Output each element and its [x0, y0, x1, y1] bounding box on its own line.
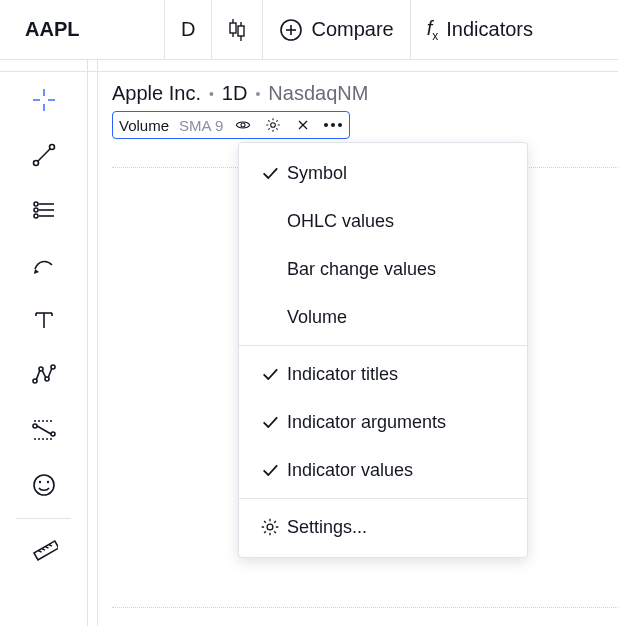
svg-line-35: [37, 426, 51, 434]
svg-point-14: [49, 144, 54, 149]
ruler-icon: [30, 539, 58, 567]
gear-icon: [260, 517, 280, 537]
more-icon: [324, 123, 342, 127]
compare-button[interactable]: Compare: [263, 0, 410, 59]
menu-item[interactable]: Indicator titles: [239, 350, 527, 398]
crosshair-icon: [30, 86, 58, 114]
svg-point-50: [267, 524, 273, 530]
symbol-ticker[interactable]: AAPL: [0, 0, 165, 59]
svg-point-13: [33, 160, 38, 165]
svg-point-18: [34, 208, 38, 212]
compare-label: Compare: [311, 18, 393, 41]
svg-point-28: [45, 377, 49, 381]
indicator-more-button[interactable]: [323, 115, 343, 135]
brush-icon: [30, 251, 58, 279]
svg-point-39: [38, 480, 40, 482]
lines-icon: [30, 196, 58, 224]
svg-point-26: [33, 379, 37, 383]
close-icon: [295, 117, 311, 133]
tool-forecast[interactable]: [0, 402, 88, 457]
indicator-chip[interactable]: Volume SMA 9: [112, 111, 350, 139]
check-icon: [253, 364, 287, 384]
eye-icon: [235, 117, 251, 133]
check-icon: [253, 412, 287, 432]
menu-item[interactable]: Volume: [239, 293, 527, 341]
svg-rect-4: [238, 26, 244, 36]
svg-point-20: [34, 214, 38, 218]
company-name: Apple Inc.: [112, 82, 201, 105]
tool-crosshair[interactable]: [0, 72, 88, 127]
svg-line-32: [48, 368, 51, 377]
svg-rect-1: [230, 23, 236, 33]
emoji-icon: [30, 471, 58, 499]
svg-point-16: [34, 202, 38, 206]
svg-rect-41: [34, 541, 58, 560]
svg-point-40: [46, 480, 48, 482]
svg-point-27: [39, 367, 43, 371]
check-icon: [253, 460, 287, 480]
visibility-toggle[interactable]: [233, 115, 253, 135]
legend-options-popup: SymbolOHLC valuesBar change valuesVolume…: [238, 142, 528, 558]
tool-ruler[interactable]: [0, 525, 88, 580]
menu-item-label: Volume: [287, 307, 347, 328]
svg-line-31: [42, 370, 45, 377]
menu-item-settings[interactable]: Settings...: [239, 503, 527, 551]
interval-selector[interactable]: D: [165, 0, 212, 59]
svg-point-34: [51, 432, 55, 436]
svg-point-29: [51, 365, 55, 369]
menu-item-label: Bar change values: [287, 259, 436, 280]
check-icon: [253, 163, 287, 183]
trendline-icon: [30, 141, 58, 169]
plus-circle-icon: [279, 18, 303, 42]
svg-line-15: [37, 148, 49, 160]
tool-emoji[interactable]: [0, 457, 88, 512]
candlestick-icon: [228, 19, 246, 41]
menu-item-label: Indicator values: [287, 460, 413, 481]
menu-item-label: Indicator arguments: [287, 412, 446, 433]
menu-item-label: Indicator titles: [287, 364, 398, 385]
indicators-button[interactable]: fx Indicators: [411, 0, 549, 59]
indicator-title: Volume: [119, 117, 169, 134]
tool-brush[interactable]: [0, 237, 88, 292]
text-icon: [30, 306, 58, 334]
settings-label: Settings...: [287, 517, 367, 538]
pattern-icon: [30, 361, 58, 389]
menu-item[interactable]: Symbol: [239, 149, 527, 197]
svg-line-30: [36, 370, 39, 379]
chart-style-button[interactable]: [212, 0, 263, 59]
menu-item[interactable]: Indicator arguments: [239, 398, 527, 446]
tool-pattern[interactable]: [0, 347, 88, 402]
timeframe-label: 1D: [222, 82, 248, 105]
indicator-remove-button[interactable]: [293, 115, 313, 135]
menu-item-label: OHLC values: [287, 211, 394, 232]
indicator-args: SMA 9: [179, 117, 223, 134]
menu-item[interactable]: OHLC values: [239, 197, 527, 245]
svg-point-46: [241, 123, 245, 127]
menu-item[interactable]: Bar change values: [239, 245, 527, 293]
tool-text[interactable]: [0, 292, 88, 347]
forecast-icon: [30, 416, 58, 444]
svg-point-33: [33, 424, 37, 428]
tool-fib[interactable]: [0, 182, 88, 237]
svg-point-47: [271, 123, 276, 128]
gear-icon: [265, 117, 281, 133]
svg-point-38: [34, 475, 54, 495]
exchange-label: NasdaqNM: [268, 82, 368, 105]
fx-icon: fx: [427, 17, 439, 43]
tool-trendline[interactable]: [0, 127, 88, 182]
chart-header: Apple Inc. • 1D • NasdaqNM: [112, 82, 604, 105]
indicator-settings-button[interactable]: [263, 115, 283, 135]
indicators-label: Indicators: [446, 18, 533, 41]
menu-item[interactable]: Indicator values: [239, 446, 527, 494]
menu-item-label: Symbol: [287, 163, 347, 184]
